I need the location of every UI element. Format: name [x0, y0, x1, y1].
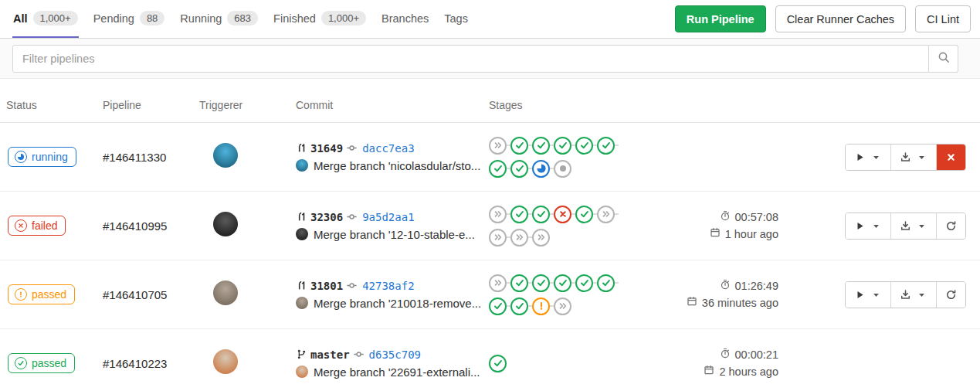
tab-tags[interactable]: Tags — [443, 0, 469, 38]
play-icon — [854, 151, 866, 163]
commit-message-link[interactable]: Merge branch '22691-externali... — [314, 366, 480, 379]
status-badge[interactable]: passed — [8, 284, 75, 304]
stage-icon-passed[interactable] — [597, 274, 615, 292]
commit-sha-link[interactable]: d635c709 — [369, 348, 421, 361]
time-cell: 01:26:49 36 minutes ago — [678, 277, 778, 311]
commit-author-avatar[interactable] — [296, 366, 308, 378]
stage-icon-passed[interactable] — [510, 137, 528, 155]
stage-icon-passed[interactable] — [554, 274, 571, 292]
stage-icon-running[interactable] — [532, 160, 550, 178]
stage-icon-skipped[interactable] — [510, 229, 528, 246]
pipeline-id-link[interactable]: #146410223 — [103, 357, 199, 370]
stage-icon-passed[interactable] — [489, 298, 507, 315]
pipeline-id-link[interactable]: #146410995 — [103, 219, 199, 233]
column-header-stages: Stages — [489, 99, 678, 111]
status-badge[interactable]: running — [8, 147, 76, 167]
download-icon — [900, 289, 911, 301]
ci-lint-button[interactable]: CI Lint — [915, 5, 971, 32]
stage-icon-passed[interactable] — [510, 274, 528, 292]
tab-finished[interactable]: Finished1,000+ — [273, 0, 367, 38]
stage-icon-passed[interactable] — [575, 137, 593, 155]
tab-pending[interactable]: Pending88 — [93, 0, 166, 38]
stage-icon-passed[interactable] — [510, 298, 528, 315]
status-cell: failed — [6, 216, 103, 236]
stage-icon-passed[interactable] — [532, 206, 550, 223]
pipeline-actions — [845, 144, 966, 171]
tab-running[interactable]: Running683 — [179, 0, 259, 38]
merge-request-icon — [296, 142, 307, 154]
ref-link[interactable]: 31649 — [310, 142, 343, 155]
tab-all[interactable]: All1,000+ — [12, 0, 79, 38]
pipeline-row: passed #146410705 31801 42738af2 Merge b… — [0, 260, 980, 329]
run-jobs-button[interactable] — [846, 144, 890, 170]
status-badge[interactable]: failed — [8, 216, 66, 236]
pipeline-duration: 01:26:49 — [678, 277, 778, 294]
ref-link[interactable]: 32306 — [310, 211, 343, 223]
stage-icon-skipped[interactable] — [532, 229, 550, 246]
run-jobs-button[interactable] — [846, 213, 890, 239]
search-button[interactable] — [929, 45, 958, 73]
commit-author-avatar[interactable] — [296, 297, 308, 309]
commit-sha-link[interactable]: dacc7ea3 — [362, 142, 414, 155]
status-badge[interactable]: passed — [8, 353, 75, 373]
commit-message-line: Merge branch 'nicolasdular/sto... — [296, 159, 489, 172]
stage-icon-passed[interactable] — [489, 160, 507, 178]
table-header: StatusPipelineTriggererCommitStages — [0, 79, 980, 123]
triggerer-avatar[interactable] — [213, 212, 238, 236]
stage-icon-passed[interactable] — [510, 206, 528, 223]
status-failed-icon — [15, 219, 27, 232]
timer-icon — [720, 209, 731, 226]
run-jobs-button[interactable] — [846, 282, 890, 308]
stage-icon-warning[interactable] — [532, 298, 550, 315]
triggerer-avatar[interactable] — [213, 349, 238, 374]
commit-sha-link[interactable]: 9a5d2aa1 — [362, 211, 414, 223]
download-artifacts-button[interactable] — [890, 213, 936, 239]
commit-message-link[interactable]: Merge branch 'nicolasdular/sto... — [314, 159, 480, 172]
retry-pipeline-button[interactable] — [936, 213, 965, 239]
pipeline-row: passed #146410223 master d635c709 Merge … — [0, 329, 980, 391]
retry-pipeline-button[interactable] — [936, 282, 965, 308]
ref-link[interactable]: 31801 — [310, 280, 343, 292]
commit-message-link[interactable]: Merge branch '210018-remove... — [314, 297, 481, 310]
triggerer-avatar[interactable] — [213, 280, 238, 305]
stage-icon-skipped[interactable] — [489, 206, 507, 223]
play-icon — [854, 289, 866, 301]
triggerer-avatar[interactable] — [213, 143, 238, 168]
stage-icon-created[interactable] — [554, 160, 571, 178]
tab-branches[interactable]: Branches — [381, 0, 429, 38]
stage-icon-failed[interactable] — [554, 206, 571, 223]
stage-icon-passed[interactable] — [510, 160, 528, 178]
stage-icon-skipped[interactable] — [554, 298, 571, 315]
clear-runner-caches-button[interactable]: Clear Runner Caches — [775, 5, 906, 32]
pipeline-actions — [845, 281, 966, 308]
status-cell: passed — [6, 284, 103, 304]
stage-icon-passed[interactable] — [554, 137, 571, 155]
commit-author-avatar[interactable] — [296, 159, 308, 172]
retry-icon — [945, 220, 957, 232]
stage-icon-passed[interactable] — [532, 274, 550, 292]
stage-icon-passed[interactable] — [597, 137, 615, 155]
stage-icon-skipped[interactable] — [597, 206, 615, 223]
commit-message-link[interactable]: Merge branch '12-10-stable-e... — [314, 228, 475, 241]
status-label: passed — [32, 357, 66, 369]
run-pipeline-button[interactable]: Run Pipeline — [675, 5, 766, 32]
triggerer-cell — [199, 212, 296, 240]
download-artifacts-button[interactable] — [890, 282, 936, 308]
download-icon — [900, 220, 911, 232]
filter-pipelines-input[interactable] — [12, 45, 929, 73]
pipeline-id-link[interactable]: #146410705 — [103, 288, 199, 301]
stage-icon-skipped[interactable] — [489, 137, 507, 155]
stage-icon-passed[interactable] — [532, 137, 550, 155]
stage-icon-skipped[interactable] — [489, 274, 507, 292]
stage-icon-passed[interactable] — [575, 274, 593, 292]
stage-icon-passed[interactable] — [575, 206, 593, 223]
stage-icon-passed[interactable] — [489, 355, 507, 372]
download-artifacts-button[interactable] — [890, 144, 936, 170]
stage-icon-skipped[interactable] — [489, 229, 507, 246]
commit-icon — [346, 280, 358, 291]
commit-sha-link[interactable]: 42738af2 — [362, 280, 414, 292]
pipeline-id-link[interactable]: #146411330 — [103, 151, 199, 164]
cancel-pipeline-button[interactable] — [936, 144, 965, 170]
ref-link[interactable]: master — [310, 348, 350, 361]
commit-author-avatar[interactable] — [296, 228, 308, 240]
